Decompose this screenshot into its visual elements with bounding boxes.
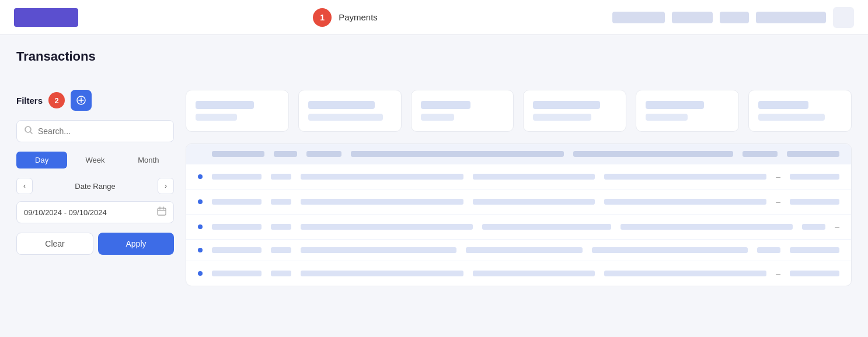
th-2 [274,151,297,157]
cell-2 [271,271,291,276]
menu-button[interactable] [833,7,854,28]
add-filter-button[interactable] [71,90,92,111]
card-1-value [196,114,237,121]
cell-5 [604,174,767,180]
summary-card-6 [748,90,852,132]
search-box [16,120,174,142]
date-input-row[interactable]: 09/10/2024 - 09/10/2024 [16,201,174,223]
card-5-value [646,114,687,121]
table-row[interactable]: – [186,189,851,214]
summary-card-3 [411,90,514,132]
summary-cards [186,90,852,132]
apply-button[interactable]: Apply [98,233,174,255]
table-container: – – – [186,143,852,286]
cell-4 [482,224,611,230]
th-7 [787,151,839,157]
cell-6 [790,199,839,205]
th-6 [742,151,778,157]
filters-panel: Filters 2 Day Week [16,90,186,286]
nav-item-2[interactable] [672,12,713,23]
cell-2 [271,224,291,230]
cell-dash-5: – [776,269,780,278]
tab-month[interactable]: Month [123,152,174,169]
cell-2 [271,247,291,253]
date-value: 09/10/2024 - 09/10/2024 [24,208,152,217]
svg-line-4 [30,132,33,134]
card-6-value [758,114,825,121]
clear-button[interactable]: Clear [16,233,93,255]
cell-3 [301,174,463,180]
table-row[interactable] [186,239,851,261]
summary-card-1 [186,90,289,132]
cell-5 [604,199,767,205]
header-center: 1 Payments [88,8,603,27]
cell-5 [604,271,767,276]
card-4-title [533,101,599,109]
cell-6 [790,174,839,180]
table-row[interactable]: – [186,164,851,189]
cell-dash-2: – [776,197,780,206]
nav-item-3[interactable] [720,12,749,23]
cell-small [757,247,780,253]
cell-3 [301,224,473,230]
search-input[interactable] [38,127,166,136]
main-content: Filters 2 Day Week [0,73,868,286]
nav-item-4[interactable] [756,12,826,23]
cell-2 [271,199,291,205]
cell-1 [212,174,262,180]
next-date-button[interactable]: › [158,178,174,194]
action-buttons: Clear Apply [16,233,174,255]
date-range-label: Date Range [75,182,115,191]
cell-3 [301,271,463,276]
th-4 [351,151,564,157]
header-nav [612,7,854,28]
th-3 [306,151,341,157]
calendar-icon [157,206,166,218]
cell-4 [473,174,595,180]
cell-dash-1: – [776,172,780,181]
search-icon [24,125,33,137]
card-5-title [646,101,704,109]
filters-label: Filters [16,96,43,106]
page-title: Transactions [16,49,852,64]
cell-dash-3: – [835,222,839,231]
cell-5 [592,247,748,253]
table-row[interactable]: – [186,261,851,286]
prev-date-button[interactable]: ‹ [16,178,33,194]
cell-6 [790,247,839,253]
cell-1 [212,224,262,230]
page-header: Transactions [0,35,868,73]
date-range-row: ‹ Date Range › [16,178,174,194]
cell-1 [212,247,262,253]
card-3-title [421,101,471,109]
summary-card-2 [298,90,402,132]
svg-rect-5 [158,208,166,215]
card-2-title [308,101,375,109]
table-row[interactable]: – [186,214,851,239]
summary-card-4 [523,90,626,132]
th-1 [212,151,264,157]
tab-week[interactable]: Week [69,152,120,169]
cell-3 [301,199,463,205]
header: 1 Payments [0,0,868,35]
row-dot [198,271,203,276]
row-dot [198,248,203,252]
summary-card-5 [636,90,739,132]
nav-item-1[interactable] [612,12,665,23]
cell-3 [301,247,456,253]
payments-label: Payments [339,12,378,22]
card-2-value [308,114,384,121]
cell-4 [473,199,595,205]
card-4-value [533,114,591,121]
row-dot [198,174,203,179]
table-header [186,144,851,164]
cell-1 [212,199,262,205]
card-6-title [758,101,808,109]
cell-5 [621,224,793,230]
row-dot [198,224,203,229]
filters-badge: 2 [48,92,65,108]
th-5 [573,151,733,157]
cell-4 [466,247,583,253]
tab-day[interactable]: Day [16,152,67,169]
card-3-value [421,114,454,121]
